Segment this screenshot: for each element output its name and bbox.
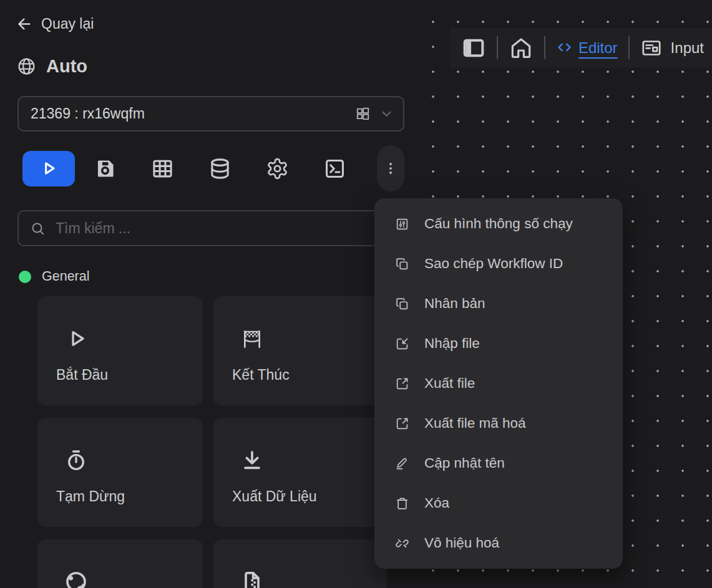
status-dot — [19, 271, 31, 283]
file-zip-icon — [240, 569, 265, 588]
play-outline-icon — [64, 326, 89, 351]
search-icon — [30, 221, 46, 236]
run-toolbar — [22, 145, 404, 191]
save-button[interactable] — [90, 153, 120, 183]
node-label: Xuất Dữ Liệu — [232, 488, 374, 505]
menu-item-copy-workflow-id[interactable]: Sao chép Workflow ID — [374, 244, 623, 284]
import-icon — [395, 337, 409, 351]
node-label: Tạm Dừng — [56, 488, 190, 505]
edit-icon — [395, 456, 409, 471]
database-button[interactable] — [205, 153, 235, 183]
workflow-selector-value: 21369 : rx16wqfm — [31, 105, 145, 122]
search-box — [17, 210, 404, 246]
unlink-icon — [395, 536, 409, 551]
menu-item-import-file[interactable]: Nhập file — [374, 324, 623, 364]
settings-button[interactable] — [262, 153, 292, 183]
node-file-zip[interactable] — [213, 539, 387, 588]
search-input[interactable] — [54, 219, 392, 238]
kebab-icon — [383, 160, 399, 176]
globe-land-icon — [64, 569, 89, 588]
back-button[interactable]: Quay lại — [16, 16, 94, 32]
table-icon — [151, 157, 174, 180]
copy-icon — [395, 297, 409, 311]
export-icon — [395, 417, 409, 431]
form-input-icon — [640, 37, 663, 59]
node-pause[interactable]: Tạm Dừng — [37, 418, 203, 527]
menu-item-run-config[interactable]: Cấu hình thông số chạy — [374, 204, 623, 244]
copy-icon — [395, 257, 409, 271]
canvas-topbar: Editor Input — [450, 28, 712, 67]
home-icon — [509, 36, 534, 60]
menu-item-export-file[interactable]: Xuất file — [374, 364, 623, 403]
node-label: Bắt Đầu — [56, 367, 190, 383]
code-icon — [556, 39, 573, 56]
chevron-down-icon — [379, 106, 394, 122]
node-web[interactable] — [37, 539, 203, 588]
run-button[interactable] — [22, 151, 75, 186]
input-tab-label: Input — [671, 39, 704, 57]
terminal-button[interactable] — [319, 153, 349, 183]
panel-left-icon — [461, 36, 486, 60]
play-icon — [39, 159, 58, 178]
export-icon — [395, 377, 409, 391]
menu-item-label: Cấu hình thông số chạy — [424, 216, 573, 232]
node-start[interactable]: Bắt Đầu — [37, 296, 203, 405]
workflow-context-menu: Cấu hình thông số chạySao chép Workflow … — [374, 198, 623, 569]
input-tab[interactable]: Input — [640, 37, 704, 59]
menu-item-label: Xuất file mã hoá — [424, 415, 526, 431]
menu-item-delete[interactable]: Xóa — [374, 483, 623, 523]
divider — [628, 36, 630, 59]
trash-icon — [395, 496, 409, 511]
flag-checkered-icon — [240, 326, 265, 351]
terminal-icon — [323, 157, 346, 180]
menu-item-label: Xuất file — [424, 375, 475, 392]
menu-item-label: Vô hiệu hoá — [424, 535, 499, 551]
menu-item-label: Nhân bản — [424, 296, 485, 312]
globe-icon — [16, 56, 37, 77]
workflow-title-row: Auto — [16, 56, 87, 77]
divider — [544, 36, 545, 59]
section-label: General — [42, 269, 90, 284]
arrow-left-icon — [16, 16, 33, 32]
node-end[interactable]: Kết Thúc — [213, 296, 387, 405]
workflow-selector[interactable]: 21369 : rx16wqfm — [17, 96, 404, 132]
section-general: General — [19, 269, 90, 284]
node-palette: Bắt ĐầuKết ThúcTạm DừngXuất Dữ Liệu — [37, 296, 387, 588]
database-icon — [208, 157, 232, 180]
page-title: Auto — [46, 56, 87, 77]
menu-item-rename[interactable]: Cập nhật tên — [374, 443, 623, 483]
save-icon — [94, 157, 117, 180]
divider — [497, 36, 498, 59]
menu-item-label: Xóa — [424, 495, 449, 511]
sliders-square-icon — [395, 217, 409, 231]
menu-item-label: Cập nhật tên — [424, 455, 505, 471]
panel-toggle-button[interactable] — [461, 36, 486, 60]
more-button[interactable] — [377, 145, 404, 191]
node-label: Kết Thúc — [232, 367, 374, 383]
menu-item-disable[interactable]: Vô hiệu hoá — [374, 523, 623, 563]
home-button[interactable] — [509, 36, 534, 60]
table-button[interactable] — [147, 153, 177, 183]
menu-item-label: Nhập file — [424, 335, 480, 352]
download-icon — [240, 448, 265, 473]
gear-icon — [266, 157, 289, 180]
stopwatch-icon — [64, 448, 89, 473]
grid-4-icon — [354, 105, 371, 122]
back-label: Quay lại — [41, 16, 94, 32]
editor-tab[interactable]: Editor — [556, 39, 618, 57]
menu-item-label: Sao chép Workflow ID — [424, 256, 563, 272]
editor-tab-label: Editor — [578, 39, 618, 57]
node-export-data[interactable]: Xuất Dữ Liệu — [213, 418, 387, 527]
menu-item-export-file-encrypted[interactable]: Xuất file mã hoá — [374, 403, 623, 443]
menu-item-duplicate[interactable]: Nhân bản — [374, 284, 623, 324]
